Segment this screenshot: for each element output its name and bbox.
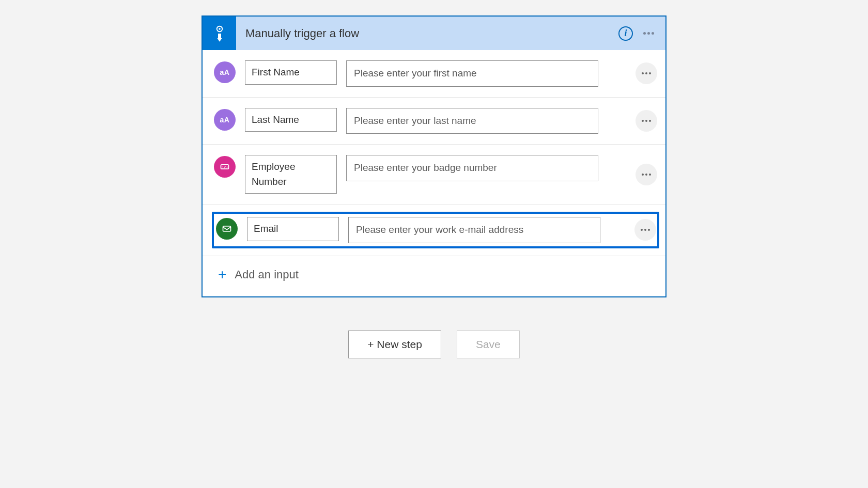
- input-label-field[interactable]: Employee Number: [245, 155, 337, 194]
- input-row: 123 Employee Number Please enter your ba…: [203, 145, 665, 204]
- input-placeholder-field[interactable]: Please enter your badge number: [346, 155, 598, 181]
- email-type-icon: [216, 218, 238, 240]
- input-label-field[interactable]: Email: [247, 217, 339, 241]
- header-actions: i: [618, 26, 665, 41]
- input-row: Email Please enter your work e-mail addr…: [203, 204, 665, 256]
- input-placeholder-field[interactable]: Please enter your first name: [346, 60, 598, 87]
- trigger-card: Manually trigger a flow i aA First Name …: [202, 15, 667, 297]
- add-input-label: Add an input: [235, 268, 299, 281]
- input-label-field[interactable]: First Name: [245, 60, 337, 85]
- save-button: Save: [457, 330, 520, 358]
- input-row: aA Last Name Please enter your last name: [203, 98, 665, 145]
- input-row: aA First Name Please enter your first na…: [203, 50, 665, 98]
- input-label-field[interactable]: Last Name: [245, 108, 337, 132]
- svg-rect-4: [223, 226, 231, 231]
- manual-trigger-icon: [203, 17, 236, 50]
- new-step-button[interactable]: + New step: [348, 330, 441, 358]
- footer-buttons: + New step Save: [202, 330, 667, 358]
- row-more-icon[interactable]: [636, 164, 657, 185]
- row-more-icon[interactable]: [636, 110, 657, 132]
- row-more-icon[interactable]: [636, 62, 657, 84]
- row-more-icon[interactable]: [634, 219, 656, 241]
- plus-icon: +: [218, 267, 226, 282]
- add-input-button[interactable]: + Add an input: [203, 256, 665, 296]
- svg-point-1: [219, 28, 221, 30]
- text-type-icon: aA: [214, 61, 236, 83]
- input-placeholder-field[interactable]: Please enter your last name: [346, 108, 598, 134]
- svg-text:123: 123: [222, 165, 227, 169]
- number-type-icon: 123: [214, 156, 236, 178]
- trigger-title: Manually trigger a flow: [236, 27, 618, 40]
- input-placeholder-field[interactable]: Please enter your work e-mail address: [348, 217, 600, 243]
- card-header[interactable]: Manually trigger a flow i: [203, 17, 665, 50]
- flow-designer-canvas: Manually trigger a flow i aA First Name …: [0, 0, 868, 488]
- info-icon[interactable]: i: [618, 26, 633, 41]
- card-body: aA First Name Please enter your first na…: [203, 50, 665, 296]
- text-type-icon: aA: [214, 109, 236, 131]
- card-more-icon[interactable]: [642, 29, 655, 38]
